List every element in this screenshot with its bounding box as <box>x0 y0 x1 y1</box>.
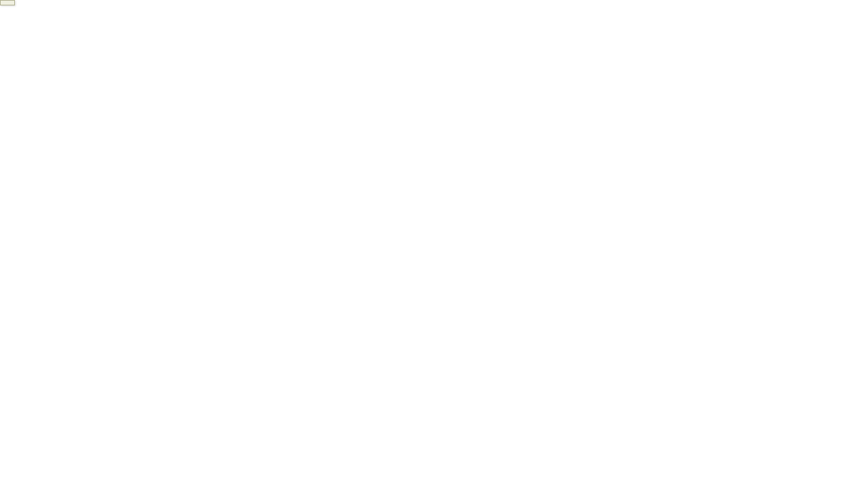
formula-tooltip <box>0 0 15 5</box>
